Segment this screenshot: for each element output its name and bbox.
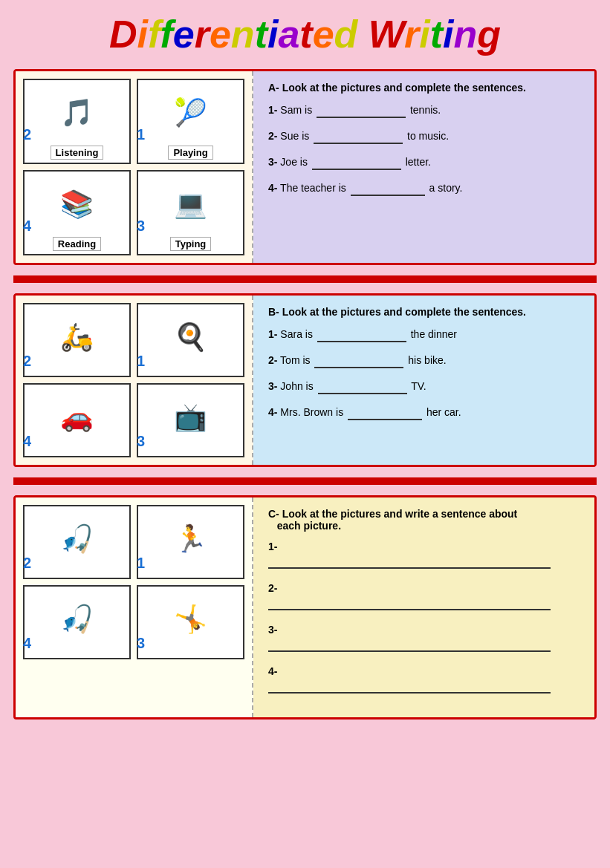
picture-listening: 2 🎵 Listening — [23, 79, 131, 164]
section-b-q3: 3- John is TV. — [268, 379, 580, 394]
running-icon: 🏃 — [150, 509, 232, 569]
divider-2 — [13, 477, 597, 485]
picture-reading: 4 📚 Reading — [23, 170, 131, 255]
write-line-2[interactable] — [268, 597, 551, 610]
page-title: Differentiated Writing — [13, 13, 597, 56]
section-b-q1: 1- Sara is the dinner — [268, 327, 580, 342]
section-c: 2 🎣 1 🏃 4 🎣 3 🤸 C- Look at the pictures … — [13, 495, 597, 719]
listening-icon: 🎵 — [36, 83, 118, 143]
picture-b1: 2 🛵 — [23, 303, 131, 377]
section-c-write-3: 3- — [268, 624, 580, 652]
section-c-questions: C- Look at the pictures and write a sent… — [253, 497, 594, 717]
listening-label: Listening — [51, 146, 104, 160]
playing-label: Playing — [168, 146, 212, 160]
section-a-questions: A- Look at the pictures and complete the… — [253, 71, 594, 263]
section-c-instruction: C- Look at the pictures and write a sent… — [268, 508, 580, 532]
tv-icon: 📺 — [150, 388, 232, 447]
section-b-q4: 4- Mrs. Brown is her car. — [268, 405, 580, 420]
section-c-pictures: 2 🎣 1 🏃 4 🎣 3 🤸 — [16, 497, 253, 717]
section-a-instruction: A- Look at the pictures and complete the… — [268, 82, 580, 94]
picture-c4: 3 🤸 — [137, 585, 244, 659]
section-b-questions: B- Look at the pictures and complete the… — [253, 296, 594, 465]
picture-c1: 2 🎣 — [23, 505, 131, 579]
picture-c2: 1 🏃 — [137, 505, 244, 579]
reading-icon: 📚 — [36, 174, 118, 234]
section-b-instruction: B- Look at the pictures and complete the… — [268, 306, 580, 318]
reading-label: Reading — [53, 237, 101, 251]
section-c-write-2: 2- — [268, 582, 580, 610]
write-line-3[interactable] — [268, 639, 551, 652]
section-a-pictures: 2 🎵 Listening 1 🎾 Playing 4 📚 Reading 3 … — [16, 71, 253, 263]
picture-typing: 3 💻 Typing — [137, 170, 244, 255]
typing-label: Typing — [170, 237, 212, 251]
bike-icon: 🛵 — [36, 307, 118, 367]
section-a-q3: 3- Joe is letter. — [268, 154, 580, 170]
picture-b4: 3 📺 — [137, 383, 244, 457]
section-b-pictures: 2 🛵 1 🍳 4 🚗 3 📺 — [16, 296, 253, 465]
section-b-q2: 2- Tom is his bike. — [268, 353, 580, 368]
typing-icon: 💻 — [150, 174, 232, 234]
section-a: 2 🎵 Listening 1 🎾 Playing 4 📚 Reading 3 … — [13, 69, 597, 265]
section-b: 2 🛵 1 🍳 4 🚗 3 📺 B- Look at the pictures … — [13, 293, 597, 467]
fishing2-icon: 🎣 — [36, 590, 118, 649]
fishing-icon: 🎣 — [36, 509, 118, 569]
divider-1 — [13, 275, 597, 283]
gymnastics-icon: 🤸 — [150, 590, 232, 649]
car-icon: 🚗 — [36, 388, 118, 447]
picture-b2: 1 🍳 — [137, 303, 244, 377]
write-line-4[interactable] — [268, 680, 551, 694]
cooking-icon: 🍳 — [150, 307, 232, 367]
section-a-q2: 2- Sue is to music. — [268, 128, 580, 144]
picture-playing: 1 🎾 Playing — [137, 79, 244, 164]
picture-c3: 4 🎣 — [23, 585, 131, 659]
section-c-write-4: 4- — [268, 665, 580, 694]
picture-b3: 4 🚗 — [23, 383, 131, 457]
playing-icon: 🎾 — [150, 83, 232, 143]
section-c-write-1: 1- — [268, 541, 580, 569]
section-a-q1: 1- Sam is tennis. — [268, 102, 580, 118]
section-a-q4: 4- The teacher is a story. — [268, 180, 580, 196]
write-line-1[interactable] — [268, 555, 551, 569]
